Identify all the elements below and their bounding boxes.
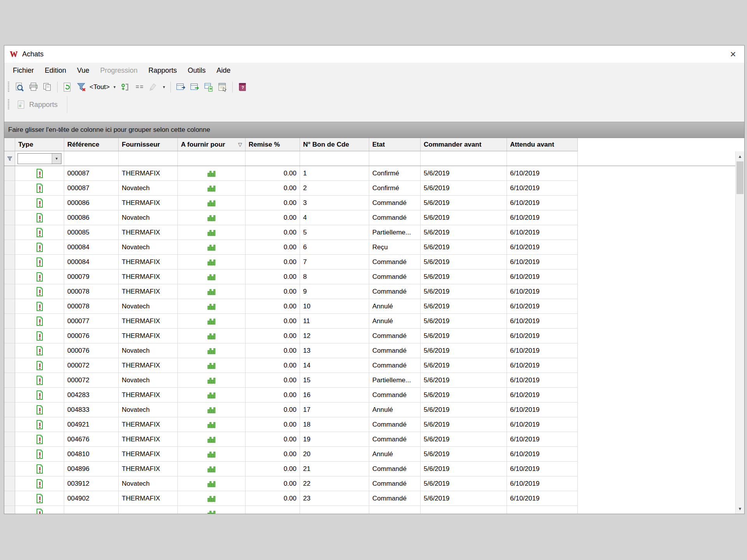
- commander-avant-cell[interactable]: 5/6/2019: [421, 462, 507, 476]
- attendu-avant-cell[interactable]: 6/10/2019: [507, 240, 578, 255]
- commander-avant-cell[interactable]: 5/6/2019: [421, 388, 507, 402]
- commander-avant-cell[interactable]: 5/6/2019: [421, 343, 507, 358]
- menu-fichier[interactable]: Fichier: [7, 63, 39, 78]
- table-row[interactable]: 004902 THERMAFIX 0.00 23 Commandé 5/6/20…: [4, 491, 744, 506]
- num-bon-cell[interactable]: 14: [300, 358, 369, 373]
- column-header-attendu-avant[interactable]: Attendu avant: [507, 138, 578, 151]
- filter-attendu-avant-cell[interactable]: [507, 151, 578, 166]
- row-selector-cell[interactable]: [4, 417, 15, 432]
- remise-cell[interactable]: 0.00: [245, 166, 300, 181]
- type-cell[interactable]: [15, 225, 64, 240]
- type-cell[interactable]: [15, 476, 64, 491]
- row-selector-cell[interactable]: [4, 225, 15, 240]
- etat-cell[interactable]: Commandé: [369, 255, 421, 270]
- row-selector-cell[interactable]: [4, 402, 15, 417]
- table-row[interactable]: 000079 THERMAFIX 0.00 8 Commandé 5/6/201…: [4, 270, 744, 284]
- etat-cell[interactable]: Annulé: [369, 402, 421, 417]
- row-selector-cell[interactable]: [4, 270, 15, 284]
- a-fournir-pour-cell[interactable]: [178, 181, 245, 196]
- commander-avant-cell[interactable]: 5/6/2019: [421, 417, 507, 432]
- reference-cell[interactable]: 000084: [64, 240, 119, 255]
- commander-avant-cell[interactable]: 5/6/2019: [421, 432, 507, 447]
- type-cell[interactable]: [15, 255, 64, 270]
- fournisseur-cell[interactable]: Novatech: [119, 181, 178, 196]
- table-row[interactable]: 000076 THERMAFIX 0.00 12 Commandé 5/6/20…: [4, 329, 744, 343]
- type-cell[interactable]: [15, 240, 64, 255]
- fournisseur-cell[interactable]: THERMAFIX: [119, 432, 178, 447]
- remise-cell[interactable]: 0.00: [245, 373, 300, 388]
- column-header-a-fournir-pour[interactable]: A fournir pour ▽: [178, 138, 245, 151]
- fournisseur-cell[interactable]: Novatech: [119, 299, 178, 314]
- filter-reference-cell[interactable]: [64, 151, 119, 166]
- a-fournir-pour-cell[interactable]: [178, 196, 245, 210]
- menu-rapports[interactable]: Rapports: [143, 63, 182, 78]
- remise-cell[interactable]: 0.00: [245, 181, 300, 196]
- type-cell[interactable]: [15, 284, 64, 299]
- reference-cell[interactable]: 000086: [64, 196, 119, 210]
- fournisseur-cell[interactable]: Novatech: [119, 402, 178, 417]
- commander-avant-cell[interactable]: 5/6/2019: [421, 166, 507, 181]
- a-fournir-pour-cell[interactable]: [178, 462, 245, 476]
- fournisseur-cell[interactable]: THERMAFIX: [119, 462, 178, 476]
- fournisseur-cell[interactable]: THERMAFIX: [119, 388, 178, 402]
- group-by-bar[interactable]: Faire glisser l'en-tête de colonne ici p…: [4, 122, 744, 138]
- a-fournir-pour-cell[interactable]: [178, 329, 245, 343]
- type-cell[interactable]: [15, 181, 64, 196]
- row-selector-cell[interactable]: [4, 388, 15, 402]
- row-selector-cell[interactable]: [4, 240, 15, 255]
- remise-cell[interactable]: 0.00: [245, 402, 300, 417]
- etat-cell[interactable]: Annulé: [369, 447, 421, 462]
- remise-cell[interactable]: 0.00: [245, 476, 300, 491]
- a-fournir-pour-cell[interactable]: [178, 314, 245, 329]
- remise-cell[interactable]: 0.00: [245, 343, 300, 358]
- table-row[interactable]: 004921 THERMAFIX 0.00 18 Commandé 5/6/20…: [4, 417, 744, 432]
- fournisseur-cell[interactable]: THERMAFIX: [119, 358, 178, 373]
- attendu-avant-cell[interactable]: 6/10/2019: [507, 314, 578, 329]
- column-header-reference[interactable]: Référence: [64, 138, 119, 151]
- table-export-icon[interactable]: [188, 81, 201, 93]
- a-fournir-pour-cell[interactable]: [178, 447, 245, 462]
- fournisseur-cell[interactable]: THERMAFIX: [119, 491, 178, 506]
- row-selector-cell[interactable]: [4, 358, 15, 373]
- type-cell[interactable]: [15, 388, 64, 402]
- filter-fournisseur-cell[interactable]: [119, 151, 178, 166]
- num-bon-cell[interactable]: 10: [300, 299, 369, 314]
- attendu-avant-cell[interactable]: [507, 506, 578, 514]
- print-preview-icon[interactable]: [13, 81, 26, 93]
- column-header-type[interactable]: Type: [15, 138, 64, 151]
- commander-avant-cell[interactable]: 5/6/2019: [421, 314, 507, 329]
- row-selector-cell[interactable]: [4, 373, 15, 388]
- type-cell[interactable]: [15, 270, 64, 284]
- row-selector-cell[interactable]: [4, 506, 15, 514]
- remise-cell[interactable]: 0.00: [245, 329, 300, 343]
- etat-cell[interactable]: Confirmé: [369, 166, 421, 181]
- a-fournir-pour-cell[interactable]: [178, 358, 245, 373]
- row-selector-cell[interactable]: [4, 299, 15, 314]
- fournisseur-cell[interactable]: THERMAFIX: [119, 225, 178, 240]
- num-bon-cell[interactable]: 15: [300, 373, 369, 388]
- a-fournir-pour-cell[interactable]: [178, 210, 245, 225]
- commander-avant-cell[interactable]: 5/6/2019: [421, 299, 507, 314]
- etat-cell[interactable]: Commandé: [369, 388, 421, 402]
- vertical-scrollbar[interactable]: ▲ ▼: [735, 151, 744, 514]
- type-cell[interactable]: [15, 402, 64, 417]
- type-cell[interactable]: [15, 447, 64, 462]
- filter-etat-cell[interactable]: [369, 151, 421, 166]
- table-row[interactable]: [4, 506, 744, 514]
- type-cell[interactable]: [15, 491, 64, 506]
- fournisseur-cell[interactable]: [119, 506, 178, 514]
- table-row[interactable]: 000084 THERMAFIX 0.00 7 Commandé 5/6/201…: [4, 255, 744, 270]
- scroll-thumb[interactable]: [736, 161, 743, 194]
- type-cell[interactable]: [15, 314, 64, 329]
- refresh-icon[interactable]: [61, 81, 74, 93]
- commander-avant-cell[interactable]: 5/6/2019: [421, 373, 507, 388]
- a-fournir-pour-cell[interactable]: [178, 270, 245, 284]
- fournisseur-cell[interactable]: THERMAFIX: [119, 284, 178, 299]
- reference-cell[interactable]: 000076: [64, 329, 119, 343]
- fournisseur-cell[interactable]: Novatech: [119, 343, 178, 358]
- filter-commander-avant-cell[interactable]: [421, 151, 507, 166]
- print-icon[interactable]: [27, 81, 40, 93]
- a-fournir-pour-cell[interactable]: [178, 432, 245, 447]
- attendu-avant-cell[interactable]: 6/10/2019: [507, 255, 578, 270]
- a-fournir-pour-cell[interactable]: [178, 284, 245, 299]
